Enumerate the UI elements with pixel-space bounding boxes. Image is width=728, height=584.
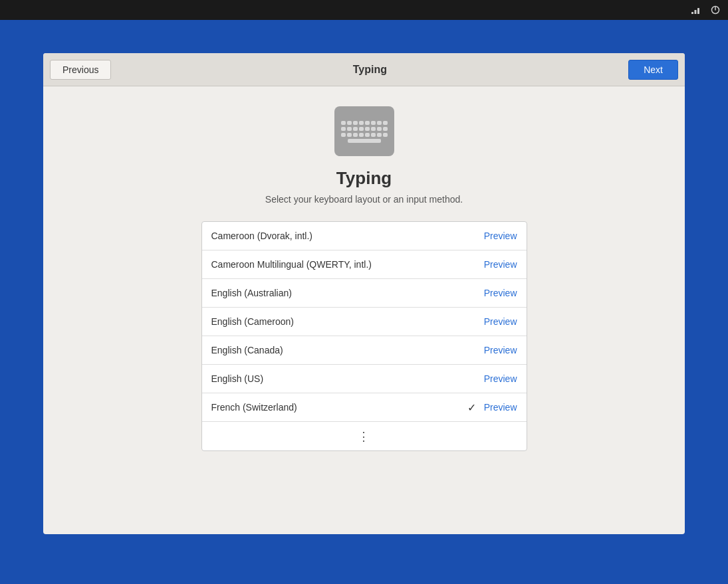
preview-link-2[interactable]: Preview	[484, 288, 517, 298]
preview-link-0[interactable]: Preview	[484, 231, 517, 241]
previous-button[interactable]: Previous	[50, 60, 111, 80]
list-item[interactable]: English (Cameroon) Preview	[202, 308, 527, 336]
more-options-button[interactable]: ⋮	[202, 422, 527, 450]
dialog-title: Typing	[353, 64, 387, 76]
kb-key	[353, 133, 358, 137]
kb-key	[371, 127, 376, 131]
network-icon[interactable]	[689, 4, 701, 16]
kb-key	[341, 127, 346, 131]
typing-dialog: Previous Typing Next	[43, 53, 685, 534]
kb-key	[371, 121, 376, 125]
layout-name: Cameroon Multilingual (QWERTY, intl.)	[211, 259, 372, 270]
list-item[interactable]: Cameroon (Dvorak, intl.) Preview	[202, 222, 527, 250]
kb-key	[383, 127, 388, 131]
kb-key	[359, 133, 364, 137]
layout-name: English (Australian)	[211, 288, 292, 298]
kb-key	[347, 121, 352, 125]
layout-list: Cameroon (Dvorak, intl.) Preview Cameroo…	[201, 221, 527, 451]
kb-key	[341, 133, 346, 137]
kb-key	[383, 133, 388, 137]
kb-key	[359, 121, 364, 125]
list-item-selected[interactable]: French (Switzerland) ✓ Preview	[202, 393, 527, 422]
list-item[interactable]: Cameroon Multilingual (QWERTY, intl.) Pr…	[202, 250, 527, 279]
preview-link-3[interactable]: Preview	[484, 316, 517, 327]
layout-right: Preview	[484, 316, 517, 327]
power-icon[interactable]	[709, 4, 721, 16]
dialog-content: Typing Select your keyboard layout or an…	[43, 86, 685, 534]
kb-key	[377, 121, 382, 125]
kb-key	[359, 127, 364, 131]
svg-rect-0	[691, 12, 693, 14]
list-item[interactable]: English (Australian) Preview	[202, 279, 527, 308]
preview-link-1[interactable]: Preview	[484, 259, 517, 270]
list-item[interactable]: English (Canada) Preview	[202, 336, 527, 365]
svg-rect-1	[695, 10, 697, 14]
kb-key	[347, 127, 352, 131]
preview-link-6[interactable]: Preview	[484, 402, 517, 413]
kb-key	[377, 133, 382, 137]
kb-spacebar	[348, 139, 381, 143]
dialog-header: Previous Typing Next	[43, 53, 685, 86]
kb-key	[341, 121, 346, 125]
layout-name: English (US)	[211, 373, 264, 384]
layout-name: English (Cameroon)	[211, 316, 295, 327]
layout-right: Preview	[484, 259, 517, 270]
layout-right: ✓ Preview	[467, 401, 517, 414]
kb-key	[383, 121, 388, 125]
selected-checkmark: ✓	[467, 401, 476, 414]
preview-link-4[interactable]: Preview	[484, 345, 517, 355]
kb-key	[353, 127, 358, 131]
kb-key	[365, 127, 370, 131]
layout-name: Cameroon (Dvorak, intl.)	[211, 231, 313, 241]
layout-name: French (Switzerland)	[211, 402, 297, 413]
svg-rect-2	[697, 8, 699, 14]
kb-key	[365, 121, 370, 125]
kb-key	[365, 133, 370, 137]
layout-right: Preview	[484, 373, 517, 384]
keyboard-icon	[334, 106, 394, 156]
list-item[interactable]: English (US) Preview	[202, 365, 527, 393]
page-heading: Typing	[336, 168, 392, 189]
more-options-icon: ⋮	[358, 429, 370, 444]
preview-link-5[interactable]: Preview	[484, 373, 517, 384]
layout-right: Preview	[484, 288, 517, 298]
kb-key	[353, 121, 358, 125]
page-subtitle: Select your keyboard layout or an input …	[265, 194, 463, 205]
layout-right: Preview	[484, 231, 517, 241]
layout-name: English (Canada)	[211, 345, 283, 355]
kb-key	[347, 133, 352, 137]
top-bar	[0, 0, 728, 20]
kb-key	[371, 133, 376, 137]
layout-right: Preview	[484, 345, 517, 355]
kb-key	[377, 127, 382, 131]
next-button[interactable]: Next	[628, 60, 678, 80]
